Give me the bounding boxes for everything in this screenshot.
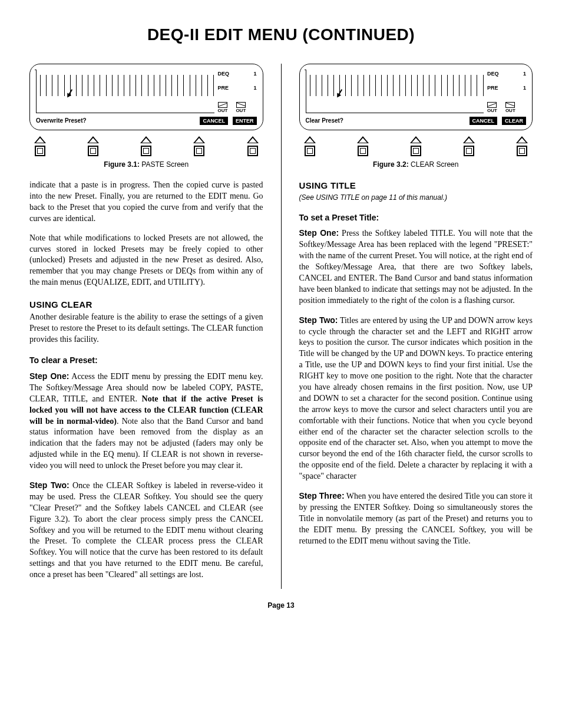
right-column: DEQ1 PRE1 OUT OUT Clear Preset? CANCEL C… xyxy=(299,64,533,589)
page-number: Page 13 xyxy=(29,601,533,610)
softkey-4 xyxy=(463,136,475,156)
heading-to-clear: To clear a Preset: xyxy=(29,355,263,366)
figure-clear-screen: DEQ1 PRE1 OUT OUT Clear Preset? CANCEL C… xyxy=(299,64,533,130)
step-one-clear: Step One: Access the EDIT menu by pressi… xyxy=(29,371,263,472)
figure-1-caption: Figure 3.1: PASTE Screen xyxy=(29,160,263,169)
figure-2-caption: Figure 3.2: CLEAR Screen xyxy=(299,160,533,169)
heading-using-clear: USING CLEAR xyxy=(29,299,263,311)
left-column: DEQ1 PRE1 OUT OUT Overwrite Preset? CANC… xyxy=(29,64,263,589)
clear-softkey-label: CLEAR xyxy=(502,117,526,125)
out-right-icon: OUT xyxy=(236,102,246,113)
column-divider xyxy=(281,64,282,589)
softkey-1 xyxy=(34,136,46,156)
softkey-5 xyxy=(247,136,259,156)
softkey-row xyxy=(29,136,263,156)
step-label: Step One: xyxy=(299,228,339,238)
step-one-title: Step One: Press the Softkey labeled TITL… xyxy=(299,228,533,306)
pre-value: 1 xyxy=(253,85,256,91)
enter-softkey-label: ENTER xyxy=(233,117,257,125)
figure-paste-screen: DEQ1 PRE1 OUT OUT Overwrite Preset? CANC… xyxy=(29,64,263,130)
cross-reference-note: (See USING TITLE on page 11 of this manu… xyxy=(299,193,533,202)
step-three-title: Step Three: When you have entered the de… xyxy=(299,490,533,546)
step-two-title: Step Two: Titles are entered by using th… xyxy=(299,315,533,482)
pre-label: PRE xyxy=(218,85,229,91)
page-title: DEQ-II EDIT MENU (CONTINUED) xyxy=(29,24,533,46)
pre-label: PRE xyxy=(487,85,498,91)
heading-using-title: USING TITLE xyxy=(299,180,533,192)
body-text: indicate that a paste is in progress. Th… xyxy=(29,180,263,225)
pre-value: 1 xyxy=(523,85,526,91)
message-text: Overwrite Preset? xyxy=(36,117,195,125)
softkey-2 xyxy=(357,136,369,156)
cancel-softkey-label: CANCEL xyxy=(200,117,228,125)
softkey-3 xyxy=(410,136,422,156)
deq-label: DEQ xyxy=(487,71,499,77)
softkey-1 xyxy=(304,136,316,156)
message-text: Clear Preset? xyxy=(306,117,465,125)
body-text: Another desirable feature is the ability… xyxy=(29,312,263,345)
softkey-4 xyxy=(193,136,205,156)
step-label: Step Two: xyxy=(299,315,338,325)
out-right-icon: OUT xyxy=(505,102,515,113)
step-label: Step Two: xyxy=(29,480,70,490)
step-label: Step One: xyxy=(29,371,69,381)
step-label: Step Three: xyxy=(299,491,345,500)
deq-value: 1 xyxy=(253,71,256,77)
softkey-2 xyxy=(87,136,99,156)
cancel-softkey-label: CANCEL xyxy=(470,117,498,125)
heading-to-set-title: To set a Preset Title: xyxy=(299,212,533,223)
out-left-icon: OUT xyxy=(218,102,228,113)
fader-display xyxy=(306,70,484,113)
step-two-clear: Step Two: Once the CLEAR Softkey is labe… xyxy=(29,480,263,581)
fader-display xyxy=(36,70,214,113)
body-text: Note that while modifications to locked … xyxy=(29,233,263,288)
softkey-5 xyxy=(516,136,528,156)
deq-label: DEQ xyxy=(218,71,230,77)
softkey-3 xyxy=(140,136,152,156)
deq-value: 1 xyxy=(523,71,526,77)
softkey-row xyxy=(299,136,533,156)
out-left-icon: OUT xyxy=(487,102,497,113)
